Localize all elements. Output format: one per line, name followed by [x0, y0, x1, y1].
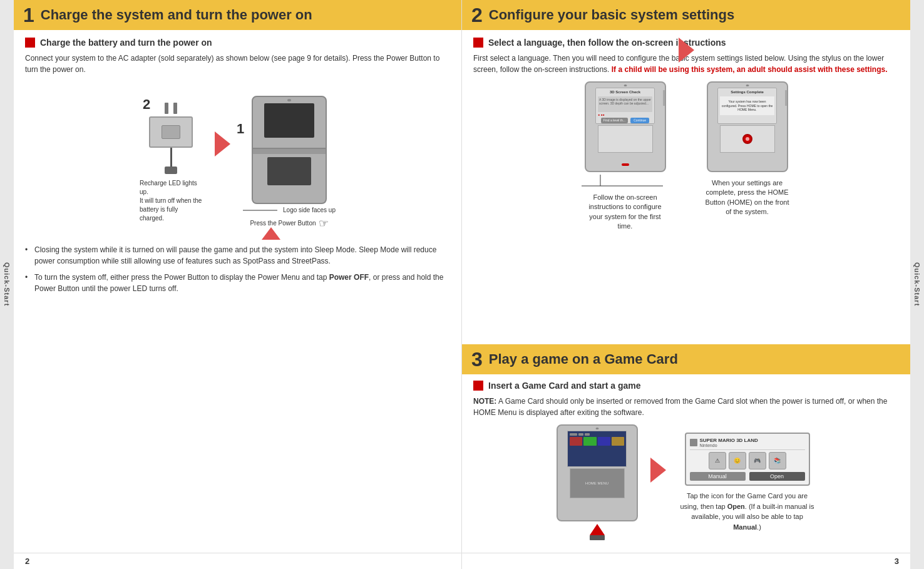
logo-label-area: Logo side faces up — [243, 207, 336, 214]
top-bar-icon1 — [570, 433, 577, 436]
popup-buttons-row: Manual Open — [690, 472, 805, 481]
hand-cursor-icon: ☞ — [319, 217, 329, 230]
screen2-title: Settings Complete — [720, 90, 774, 95]
bullet-item-2: To turn the system off, either press the… — [25, 272, 450, 294]
game-card-popup: SUPER MARIO 3D LAND Nintendo ⚠ 😊 🎮 📚 Man… — [685, 433, 810, 486]
screen2-mockup: Settings Complete Your system has now be… — [707, 81, 788, 172]
screen2-content: Settings Complete Your system has now be… — [718, 88, 776, 117]
arrow-right-icon — [215, 131, 230, 156]
screen1-caption-area: Follow the on-screen instructions to con… — [582, 175, 669, 232]
cable-up-arrow — [262, 227, 280, 240]
section3-subsection1-title: Insert a Game Card and start a game — [488, 381, 641, 391]
popup-manual-btn[interactable]: Manual — [690, 472, 746, 481]
open-bold: Open — [727, 503, 745, 510]
home-screen-mockup: HOME MENU — [557, 424, 638, 521]
screen1-buttons: Find a level th... Continue — [598, 118, 652, 123]
3ds-device-group: 1 Logo side faces — [243, 96, 336, 230]
screen1-slider — [663, 90, 666, 106]
3ds-lower-screen — [267, 157, 311, 185]
right-side-tab: Quick-Start — [910, 0, 924, 569]
section1-subsection1-title: Charge the battery and turn the power on — [40, 38, 212, 48]
screen1-continue-btn: Continue — [630, 118, 649, 123]
section1-body: Connect your system to the AC adapter (s… — [25, 53, 450, 75]
section3-header: 3 Play a game on a Game Card — [462, 344, 910, 374]
section2-red-square — [473, 38, 483, 48]
logo-side-label: Logo side faces up — [283, 207, 336, 213]
home-button-visual — [742, 134, 752, 144]
home-camera — [595, 428, 598, 429]
screen2-message: Your system has now been configured. Pre… — [720, 96, 774, 115]
screen1-3d-view: A 3D image is displayed on the upper scr… — [598, 96, 652, 112]
left-bottom-bar: 2 — [14, 553, 461, 569]
app-icon-3 — [598, 437, 610, 446]
game-name: SUPER MARIO 3D LAND — [700, 438, 758, 443]
prong-right — [173, 103, 177, 114]
screen1-caption: Follow the on-screen instructions to con… — [582, 193, 669, 232]
bullet-item-1: Closing the system while it is turned on… — [25, 244, 450, 267]
press-power-text: Press the Power Button — [250, 220, 316, 227]
home-button-inner — [746, 137, 749, 141]
right-side-tab-label: Quick-Start — [913, 262, 921, 306]
screen2-caption: When your settings are complete, press t… — [704, 178, 791, 217]
arrow-up-red-icon — [590, 524, 605, 535]
screen2-camera — [746, 85, 749, 86]
app-icon-2 — [583, 437, 596, 446]
ac-adapter-group: 2 Recharge LED li — [140, 103, 202, 223]
screen1-top-display: 3D Screen Check A 3D image is displayed … — [595, 88, 655, 124]
screen1-instruction-text: A 3D image is displayed on the upper scr… — [599, 98, 651, 106]
screen1-bottom-dot — [622, 163, 629, 166]
screen2-bottom-display — [720, 125, 775, 153]
prong-group — [165, 103, 177, 114]
screens-arrow — [679, 38, 694, 63]
screen2-group: Settings Complete Your system has now be… — [704, 81, 791, 217]
adapter-socket — [162, 125, 180, 139]
arrow-up-icon — [262, 227, 280, 240]
section3-title: Play a game on a Game Card — [489, 351, 678, 367]
red-square-icon — [25, 38, 35, 48]
popup-open-btn[interactable]: Open — [749, 472, 805, 481]
game-arrow — [650, 458, 666, 483]
game-popup-group: SUPER MARIO 3D LAND Nintendo ⚠ 😊 🎮 📚 Man… — [679, 433, 816, 532]
screen1-bottom-display — [598, 125, 653, 153]
section3-content: Insert a Game Card and start a game NOTE… — [462, 374, 910, 553]
game-card-slot-visual — [590, 535, 605, 540]
section3-number: 3 — [471, 349, 483, 369]
page-number-left: 2 — [14, 553, 41, 569]
section2-number: 2 — [471, 5, 483, 25]
3ds-upper-screen — [264, 103, 314, 138]
screen1-find-btn: Find a level th... — [601, 118, 628, 123]
cable-line — [170, 148, 172, 167]
note-body: A Game Card should only be inserted or r… — [473, 397, 887, 417]
section3-red-square — [473, 381, 483, 391]
section3-subsection1-header: Insert a Game Card and start a game — [473, 381, 899, 391]
home-screen-device-group: HOME MENU — [557, 424, 638, 540]
cable-connector — [165, 167, 177, 174]
bullet-list: Closing the system while it is turned on… — [25, 244, 450, 294]
manual-bold: Manual — [733, 523, 757, 531]
3ds-bottom-body — [252, 154, 327, 204]
bullet-1-text: Closing the system while it is turned on… — [34, 245, 436, 265]
left-side-tab: Quick-Start — [0, 0, 14, 569]
popup-icon-3: 🎮 — [749, 452, 766, 469]
left-side-tab-label: Quick-Start — [3, 262, 11, 306]
popup-icon-2: 😊 — [729, 452, 746, 469]
camera-dot — [287, 99, 291, 101]
page-number-right: 3 — [883, 553, 910, 569]
home-bottom-display: HOME MENU — [570, 468, 625, 498]
section1-number: 1 — [23, 5, 34, 25]
section2-header: 2 Configure your basic system settings — [462, 0, 910, 30]
home-top-bar — [570, 433, 624, 436]
popup-icon-4: 📚 — [769, 452, 786, 469]
section3-note: NOTE: A Game Card should only be inserte… — [473, 396, 899, 418]
screen1-mockup: 3D Screen Check A 3D image is displayed … — [585, 81, 666, 172]
screen2-top-display: Settings Complete Your system has now be… — [717, 88, 777, 124]
app-icon-4 — [612, 437, 624, 446]
screen1-camera — [624, 85, 627, 86]
3ds-top-lid — [252, 96, 327, 149]
home-app-grid — [570, 437, 624, 446]
popup-top-row: SUPER MARIO 3D LAND Nintendo — [690, 438, 805, 450]
home-bottom-text: HOME MENU — [585, 481, 608, 485]
note-label: NOTE: — [473, 397, 496, 406]
publisher-name: Nintendo — [700, 443, 758, 448]
adapter-body — [149, 116, 193, 148]
